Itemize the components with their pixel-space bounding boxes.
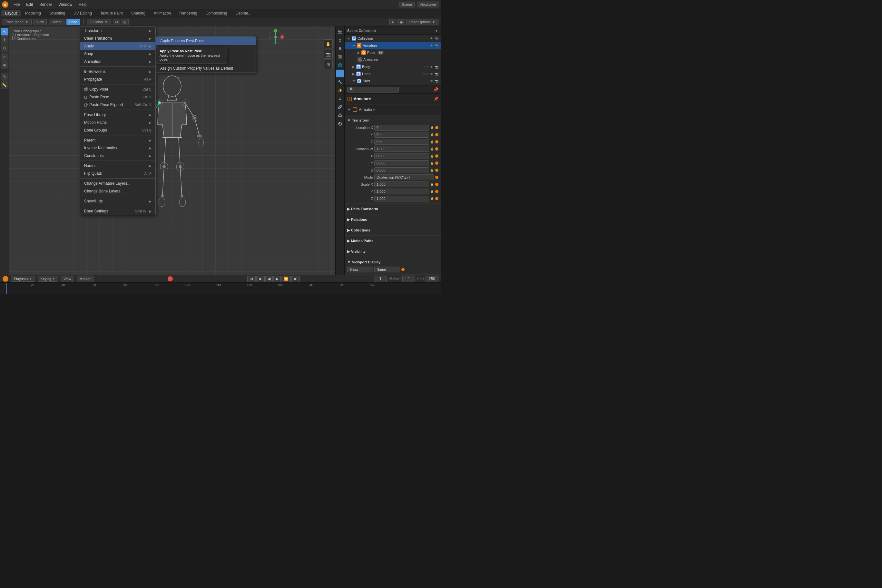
- rotation-x-lock[interactable]: 🔒: [430, 154, 434, 158]
- scale-x-keyframe[interactable]: [435, 183, 438, 186]
- menu-window[interactable]: Window: [56, 1, 75, 8]
- select-menu[interactable]: Select: [49, 19, 64, 25]
- props-scene-icon[interactable]: 🎬: [336, 53, 344, 61]
- tool-measure[interactable]: 📏: [1, 81, 8, 89]
- menu-item-show-hide[interactable]: Show/Hide ▶: [80, 197, 155, 205]
- menu-item-change-bone-layers[interactable]: Change Bone Layers...: [80, 187, 155, 195]
- props-particles-icon[interactable]: ✨: [336, 86, 344, 94]
- menu-item-names[interactable]: Names ▶: [80, 162, 155, 170]
- props-modifier-icon[interactable]: 🔧: [336, 78, 344, 86]
- menu-help[interactable]: Help: [76, 1, 89, 8]
- outliner-item-armature-data[interactable]: A Armature: [345, 56, 441, 63]
- keying-btn[interactable]: Keying ▼: [38, 276, 58, 282]
- mode-selector[interactable]: Pose Mode ▼: [3, 19, 32, 25]
- head-render-icon[interactable]: 📷: [435, 72, 438, 76]
- rotation-w-lock[interactable]: 🔒: [430, 147, 434, 150]
- menu-item-clear-transform[interactable]: Clear Transform ▶: [80, 34, 155, 42]
- menu-item-flip-quats[interactable]: Flip Quats Alt F: [80, 170, 155, 177]
- rotation-z-value[interactable]: 0.000: [374, 167, 429, 173]
- tab-layout[interactable]: Layout: [1, 10, 21, 16]
- props-world-icon[interactable]: 🌐: [336, 61, 344, 69]
- outliner-item-armature[interactable]: ▼ Armature 👁 📷: [345, 42, 441, 49]
- menu-item-paste-pose[interactable]: Paste Pose Ctrl V: [80, 93, 155, 101]
- menu-item-bone-groups[interactable]: Bone Groups Ctrl G: [80, 126, 155, 134]
- menu-item-copy-pose[interactable]: Copy Pose Ctrl C: [80, 86, 155, 93]
- location-z-keyframe[interactable]: [435, 140, 438, 144]
- proportional-editing[interactable]: ◎: [121, 19, 129, 25]
- location-x-keyframe[interactable]: [435, 126, 438, 129]
- menu-item-pose-library[interactable]: Pose Library ▶: [80, 111, 155, 118]
- location-y-lock[interactable]: 🔒: [430, 133, 434, 136]
- props-material-icon[interactable]: [336, 120, 344, 128]
- menu-edit[interactable]: Edit: [24, 1, 36, 8]
- props-physics-icon[interactable]: ⚙: [336, 95, 344, 102]
- tool-cursor[interactable]: ↖: [1, 28, 8, 36]
- scale-x-lock[interactable]: 🔒: [430, 183, 434, 186]
- pose-options-btn[interactable]: Pose Options ▼: [406, 19, 438, 25]
- delta-transform-header[interactable]: ▶ Delta Transform: [347, 205, 438, 213]
- rotation-x-value[interactable]: 0.000: [374, 153, 429, 159]
- pose-menu-btn[interactable]: Pose: [66, 19, 80, 25]
- pin-obj-icon[interactable]: 📌: [434, 97, 438, 101]
- vp-camera[interactable]: 📷: [324, 50, 333, 58]
- timeline-mode-btn[interactable]: [3, 276, 8, 282]
- marker-btn[interactable]: Marker: [77, 276, 93, 282]
- rotation-mode-keyframe[interactable]: [435, 176, 438, 179]
- armature-render-icon[interactable]: 📷: [435, 44, 438, 47]
- props-data-icon[interactable]: [336, 111, 344, 119]
- start-frame[interactable]: 1: [402, 276, 415, 282]
- shirt-vis-icon[interactable]: 👁: [430, 79, 433, 83]
- menu-item-in-betweens[interactable]: In-Betweens ▶: [80, 68, 155, 75]
- collection-vis-icon[interactable]: 👁: [430, 37, 433, 40]
- outliner-item-head[interactable]: ▶ Head ⊞ ▽ 👁 📷: [345, 70, 441, 77]
- menu-item-inverse-kinematics[interactable]: Inverse Kinematics ▶: [80, 144, 155, 152]
- rotation-z-lock[interactable]: 🔒: [430, 169, 434, 172]
- transport-play-reverse[interactable]: ◀: [265, 276, 273, 282]
- scale-z-lock[interactable]: 🔒: [430, 197, 434, 200]
- tool-transform[interactable]: ⊕: [1, 61, 8, 69]
- vp-grid[interactable]: ⊞: [324, 60, 333, 69]
- playback-btn[interactable]: Playback ▼: [11, 276, 35, 282]
- viewport-shading-solid[interactable]: ●: [389, 19, 396, 25]
- tab-sculpting[interactable]: Sculpting: [45, 10, 69, 16]
- body-render-icon[interactable]: 📷: [435, 65, 438, 69]
- properties-pin-icon[interactable]: 📌: [433, 87, 438, 92]
- collection-render-icon[interactable]: 📷: [435, 37, 438, 40]
- rotation-w-keyframe[interactable]: [435, 147, 438, 150]
- viewport-name-btn[interactable]: Name: [374, 267, 400, 272]
- location-x-lock[interactable]: 🔒: [430, 126, 434, 129]
- tab-compositing[interactable]: Compositing: [202, 10, 231, 16]
- tool-move[interactable]: ✛: [1, 36, 8, 44]
- transport-prev-keyframe[interactable]: ⏭: [256, 276, 265, 282]
- rotation-z-keyframe[interactable]: [435, 169, 438, 172]
- view-layer-selector[interactable]: ViewLayer: [417, 2, 439, 8]
- menu-item-constraints[interactable]: Constraints ▶: [80, 152, 155, 160]
- viewport[interactable]: Front Orthographic (1) Armature : RightA…: [9, 26, 335, 274]
- rotation-y-value[interactable]: 0.000: [374, 160, 429, 166]
- timeline-ruler[interactable]: 1 20 40 60 80 100 120 140 160 180 200 22…: [0, 283, 441, 294]
- timeline-view-btn[interactable]: View: [61, 276, 74, 282]
- tool-rotate[interactable]: ↻: [1, 45, 8, 52]
- menu-item-change-armature-layers[interactable]: Change Armature Layers...: [80, 180, 155, 187]
- menu-item-propagate[interactable]: Propagate Alt P: [80, 75, 155, 83]
- location-z-lock[interactable]: 🔒: [430, 140, 434, 144]
- outliner-item-body[interactable]: ▶ Body ⊞ ▽ 👁 📷: [345, 63, 441, 70]
- transform-selector[interactable]: ↑ Global ▼: [87, 19, 111, 25]
- transport-play[interactable]: ▶: [273, 276, 281, 282]
- current-frame[interactable]: 1: [374, 276, 387, 282]
- motion-paths-header[interactable]: ▶ Motion Paths: [347, 237, 438, 244]
- vp-hand-tool[interactable]: ✋: [324, 39, 333, 48]
- scale-z-keyframe[interactable]: [435, 197, 438, 200]
- rotation-y-keyframe[interactable]: [435, 162, 438, 165]
- location-y-keyframe[interactable]: [435, 133, 438, 136]
- location-y-value[interactable]: 0 m: [374, 132, 429, 138]
- location-z-value[interactable]: 0 m: [374, 139, 429, 145]
- transport-skip-end[interactable]: ⏭: [291, 276, 300, 282]
- rotation-w-value[interactable]: 1.000: [374, 146, 429, 152]
- record-btn[interactable]: [168, 276, 173, 281]
- scale-x-value[interactable]: 1.000: [374, 182, 429, 187]
- snap-toggle[interactable]: ⊙: [113, 19, 120, 25]
- scale-z-value[interactable]: 1.000: [374, 196, 429, 201]
- rotation-x-keyframe[interactable]: [435, 154, 438, 158]
- tab-modeling[interactable]: Modeling: [21, 10, 45, 16]
